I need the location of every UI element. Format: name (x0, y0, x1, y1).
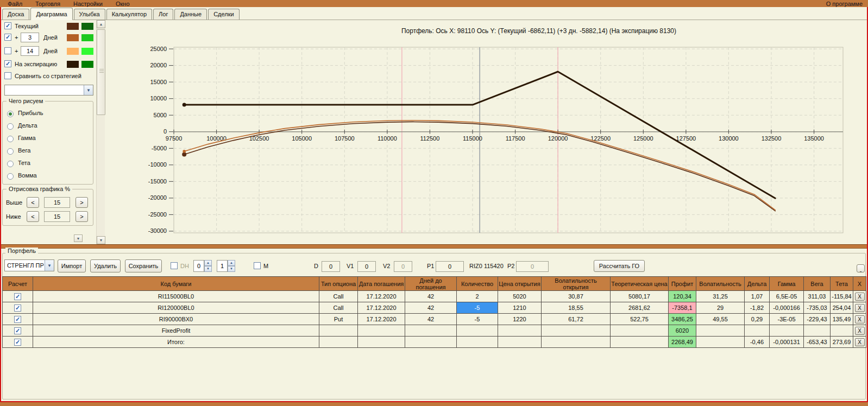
spinner-down-icon[interactable]: ▼ (204, 266, 212, 272)
cell-days[interactable] (405, 325, 457, 337)
tab-улыбка[interactable]: Улыбка (74, 9, 105, 20)
series-days-input[interactable] (21, 46, 39, 56)
chevron-down-icon[interactable]: ▼ (45, 260, 54, 271)
cell-open_vol[interactable]: 30,87 (542, 291, 611, 302)
dh-spinner-2-value[interactable]: 1 (217, 260, 228, 272)
column-header-цена-открытия[interactable]: Цена открытия (498, 277, 542, 291)
cell-code[interactable]: RI90000BX0 (33, 314, 319, 325)
cell-profit[interactable]: 6020 (669, 325, 696, 337)
cell-theor[interactable] (611, 337, 669, 348)
above-value[interactable]: 15 (44, 197, 70, 208)
cell-days[interactable] (405, 337, 457, 348)
draw-option-дельта[interactable]: Дельта (7, 122, 89, 130)
row-calc-checkbox[interactable]: ✓ (14, 293, 21, 300)
cell-open_price[interactable]: 1210 (498, 302, 542, 314)
cell-vega[interactable] (804, 325, 831, 337)
column-header-код-бумаги[interactable]: Код бумаги (33, 277, 319, 291)
menu-item-настройки[interactable]: Настройки (73, 1, 103, 7)
cell-open_vol[interactable]: 61,72 (542, 314, 611, 325)
row-delete-button[interactable]: X (855, 327, 865, 335)
cell-theta[interactable]: -115,84 (831, 291, 853, 302)
cell-vega[interactable]: -735,03 (804, 302, 831, 314)
cell-open_price[interactable] (498, 325, 542, 337)
column-header-теоретическая-цена[interactable]: Теоретическая цена (611, 277, 669, 291)
compare-strategy-checkbox[interactable] (4, 72, 11, 79)
radio-icon[interactable] (7, 136, 14, 142)
cell-vol[interactable] (696, 337, 745, 348)
series-toggle-checkbox[interactable]: ✓ (4, 60, 11, 67)
scroll-down-button[interactable]: ▼ (74, 234, 83, 242)
column-header-гамма[interactable]: Гамма (770, 277, 804, 291)
cell-gamma[interactable]: -3E-05 (770, 314, 804, 325)
cell-date[interactable] (358, 337, 405, 348)
cell-qty[interactable]: 2 (457, 291, 498, 302)
cell-profit[interactable]: -7358,1 (669, 302, 696, 314)
cell-code[interactable]: RI115000BL0 (33, 291, 319, 302)
tab-данные[interactable]: Данные (174, 9, 207, 20)
cell-delta[interactable]: -0,46 (745, 337, 770, 348)
d-field[interactable]: 0 (322, 261, 340, 272)
cell-theta[interactable]: 135,49 (831, 314, 853, 325)
above-increment-button[interactable]: > (76, 197, 88, 208)
import-button[interactable]: Импорт (58, 259, 86, 272)
sidebar-scrollbar[interactable]: ▲ ▼ (96, 20, 105, 244)
cell-theta[interactable]: 273,69 (831, 337, 853, 348)
cell-open_vol[interactable] (542, 325, 611, 337)
portfolio-select[interactable]: СТРЕНГЛ ПР ▼ (4, 259, 54, 271)
dh-spinner-1-value[interactable]: 0 (193, 260, 204, 272)
column-header-волатильность-открытия[interactable]: Волатильность открытия (542, 277, 611, 291)
cell-vol[interactable] (696, 325, 745, 337)
column-header-дельта[interactable]: Дельта (745, 277, 770, 291)
cell-profit[interactable]: 2268,49 (669, 337, 696, 348)
cell-vol[interactable]: 29 (696, 302, 745, 314)
cell-code[interactable]: RI120000BL0 (33, 302, 319, 314)
radio-icon[interactable] (7, 111, 14, 117)
cell-date[interactable] (358, 325, 405, 337)
cell-code[interactable]: Итого: (33, 337, 319, 348)
row-calc-checkbox[interactable]: ✓ (14, 304, 21, 312)
strategy-compare-select[interactable]: ▼ (4, 85, 93, 96)
column-header-тип-опциона[interactable]: Тип опциона (319, 277, 358, 291)
menu-item-файл[interactable]: Файл (8, 1, 22, 7)
menu-about[interactable]: О программе (826, 1, 863, 7)
cell-open_price[interactable]: 5020 (498, 291, 542, 302)
delete-button[interactable]: Удалить (90, 259, 121, 272)
menu-item-торговля[interactable]: Торговля (35, 1, 60, 7)
cell-gamma[interactable] (770, 325, 804, 337)
column-header-расчет[interactable]: Расчет (3, 277, 33, 291)
row-delete-button[interactable]: X (855, 293, 865, 301)
spinner-down-icon[interactable]: ▼ (228, 266, 235, 272)
cell-code[interactable]: FixedProfit (33, 325, 319, 337)
panel-splitter[interactable] (0, 244, 868, 249)
draw-option-гамма[interactable]: Гамма (7, 134, 89, 143)
cell-delta[interactable]: 1,07 (745, 291, 770, 302)
cell-delta[interactable]: -1,82 (745, 302, 770, 314)
series-toggle-checkbox[interactable]: ✓ (4, 34, 11, 41)
row-calc-checkbox[interactable]: ✓ (14, 316, 21, 323)
series-toggle-checkbox[interactable]: ✓ (4, 22, 11, 29)
row-delete-button[interactable]: X (855, 304, 865, 312)
cell-vega[interactable]: 311,03 (804, 291, 831, 302)
cell-theta[interactable] (831, 325, 853, 337)
column-header-количество[interactable]: Количество (457, 277, 498, 291)
cell-type[interactable] (319, 325, 358, 337)
cell-type[interactable]: Put (319, 314, 358, 325)
v1-field[interactable]: 0 (357, 261, 376, 272)
cell-open_price[interactable]: 1220 (498, 314, 542, 325)
cell-qty[interactable] (457, 337, 498, 348)
draw-option-тета[interactable]: Тета (7, 159, 89, 168)
draw-option-вега[interactable]: Вега (7, 147, 89, 155)
draw-option-вомма[interactable]: Вомма (7, 172, 89, 180)
chevron-down-icon[interactable]: ▼ (84, 85, 93, 95)
p2-field[interactable]: 0 (516, 261, 549, 272)
column-header-x[interactable]: X (853, 277, 866, 291)
dh-spinner-2[interactable]: 1 ▲▼ (217, 260, 235, 272)
series-toggle-checkbox[interactable] (4, 47, 11, 54)
cell-vega[interactable]: -653,43 (804, 337, 831, 348)
cell-delta[interactable]: 0,29 (745, 314, 770, 325)
below-increment-button[interactable]: > (76, 211, 88, 222)
cell-vega[interactable]: -229,43 (804, 314, 831, 325)
column-header-тета[interactable]: Тета (831, 277, 853, 291)
spinner-up-icon[interactable]: ▲ (204, 260, 212, 266)
dh-spinner-1[interactable]: 0 ▲▼ (193, 260, 212, 272)
